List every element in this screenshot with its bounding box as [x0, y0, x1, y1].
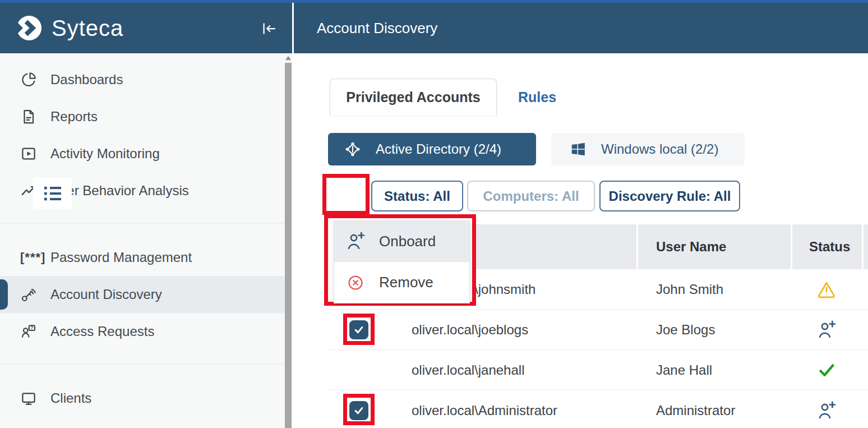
row-checkbox[interactable]: [349, 401, 368, 420]
reports-icon: [20, 108, 37, 125]
filter-label: Discovery Rule: All: [609, 188, 731, 204]
source-windows-local-button[interactable]: Windows local (2/2): [551, 133, 745, 165]
menu-item-label: Onboard: [379, 233, 436, 250]
list-icon: [42, 183, 63, 204]
menu-item-label: Remove: [379, 274, 433, 291]
password-management-icon: [***]: [20, 250, 45, 265]
filter-label: Computers: All: [483, 188, 579, 204]
scrollbar-up-button[interactable]: [284, 53, 292, 63]
user-name-cell: John Smith: [636, 282, 791, 297]
warning-icon: [817, 280, 836, 299]
check-icon: [818, 361, 835, 379]
status-cell: [791, 280, 862, 299]
tab-label: Privileged Accounts: [346, 89, 480, 105]
sidebar-item-label: Account Discovery: [50, 287, 162, 302]
column-header-status[interactable]: Status: [791, 224, 862, 269]
sidebar-item-access-requests[interactable]: ? Access Requests: [0, 313, 284, 350]
row-checkbox[interactable]: [349, 320, 368, 339]
source-active-directory-button[interactable]: Active Directory (2/4): [328, 133, 536, 165]
account-name: oliver.local\Administrator: [412, 403, 557, 418]
user-name-cell: Administrator: [636, 403, 791, 418]
activity-monitoring-icon: [20, 145, 37, 162]
page-title: Account Discovery: [317, 20, 437, 37]
remove-circle-icon: [345, 273, 366, 293]
sidebar-item-label: Clients: [50, 390, 91, 406]
menu-item-onboard[interactable]: Onboard: [334, 221, 469, 261]
sidebar-item-label: Dashboards: [50, 72, 123, 88]
sidebar-divider: [0, 223, 284, 223]
account-name-cell: oliver.local\Administrator: [327, 403, 636, 418]
sidebar-item-password-management[interactable]: [***] Account Discovery Password Managem…: [0, 239, 284, 276]
bulk-actions-menu: Onboard Remove: [334, 220, 470, 303]
account-name: oliver.local\joeblogs: [412, 322, 528, 337]
user-plus-icon: [345, 231, 366, 251]
filter-computers-button[interactable]: Computers: All: [467, 181, 595, 211]
tab-label: Rules: [518, 89, 556, 105]
scrollbar-thumb[interactable]: [285, 63, 292, 428]
account-name-cell: oliver.local\joeblogs: [327, 322, 636, 338]
sidebar-nav: Dashboards Reports Activity Monitoring: [0, 53, 284, 417]
table-row[interactable]: oliver.local\joeblogs Joe Blogs: [327, 310, 868, 350]
bulk-actions-button[interactable]: [33, 178, 72, 209]
sidebar-scrollbar[interactable]: [284, 53, 292, 428]
table-row[interactable]: oliver.local\Administrator Administrator: [327, 390, 868, 428]
sidebar-item-label: Access Requests: [50, 324, 154, 339]
dashboards-icon: [20, 71, 37, 88]
sidebar-divider: [0, 363, 284, 364]
account-name-cell: oliver.local\janehall: [327, 362, 636, 378]
sidebar-item-label: Password Management: [50, 250, 192, 265]
user-name-cell: Joe Blogs: [636, 322, 791, 338]
account-discovery-icon: [20, 286, 37, 303]
selected-indicator: [0, 279, 8, 310]
access-requests-icon: ?: [20, 323, 37, 340]
filter-status-button[interactable]: Status: All: [371, 181, 463, 211]
sidebar: Syteca Dashboards: [0, 3, 292, 428]
status-cell: [791, 361, 862, 379]
collapse-sidebar-icon[interactable]: [261, 20, 278, 37]
app-window: Syteca Dashboards: [0, 0, 868, 428]
filter-label: Status: All: [384, 188, 450, 204]
sidebar-item-account-discovery[interactable]: Account Discovery: [0, 276, 284, 313]
sidebar-item-dashboards[interactable]: Dashboards: [0, 61, 284, 98]
user-plus-icon: [816, 320, 837, 340]
sidebar-item-activity-monitoring[interactable]: Activity Monitoring: [0, 135, 284, 172]
top-accent-strip: [0, 0, 868, 3]
sidebar-header: Syteca: [0, 3, 292, 53]
sidebar-main-divider: [292, 3, 294, 428]
scroll-up-arrow-icon: [285, 56, 291, 60]
brand-name: Syteca: [52, 16, 123, 41]
tab-privileged-accounts[interactable]: Privileged Accounts: [330, 79, 497, 116]
user-name-cell: Jane Hall: [636, 362, 791, 378]
active-directory-icon: [344, 141, 361, 158]
sidebar-item-label: Reports: [50, 109, 98, 125]
clients-icon: [20, 390, 37, 407]
status-cell: [791, 401, 862, 421]
column-header-user-name[interactable]: User Name: [636, 224, 791, 269]
sidebar-item-label: Activity Monitoring: [50, 146, 160, 162]
sidebar-item-reports[interactable]: Reports: [0, 98, 284, 135]
status-cell: [791, 320, 862, 340]
page-header: Account Discovery: [294, 3, 868, 53]
sidebar-item-clients[interactable]: Clients: [0, 380, 284, 417]
source-label: Windows local (2/2): [601, 141, 718, 157]
source-label: Active Directory (2/4): [376, 141, 501, 157]
svg-text:?: ?: [30, 325, 33, 330]
column-header-next: [862, 224, 868, 269]
table-row[interactable]: oliver.local\janehall Jane Hall: [327, 350, 868, 390]
app-logo: Syteca: [16, 15, 123, 42]
windows-icon: [570, 141, 587, 158]
user-plus-icon: [816, 401, 837, 421]
menu-item-remove[interactable]: Remove: [334, 262, 469, 303]
filter-discovery-rule-button[interactable]: Discovery Rule: All: [599, 181, 740, 211]
tab-rules[interactable]: Rules: [511, 79, 563, 116]
syteca-logo-icon: [16, 15, 43, 42]
